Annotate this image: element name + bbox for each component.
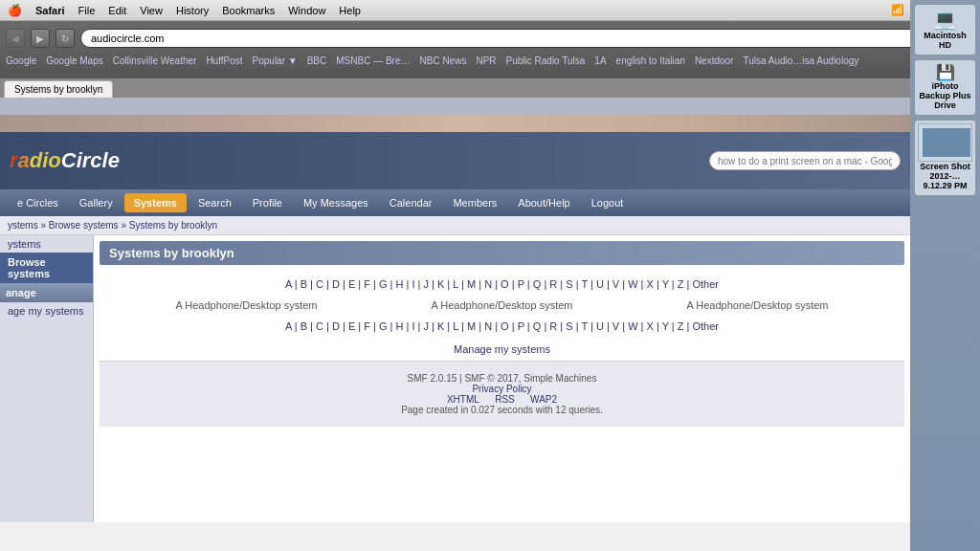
breadcrumb-systems[interactable]: ystems	[8, 220, 38, 231]
history-menu[interactable]: History	[176, 5, 209, 16]
footer-rss-link[interactable]: RSS	[495, 394, 515, 405]
sidebar-item-browse[interactable]: Browse systems	[0, 253, 93, 283]
nav-systems[interactable]: Systems	[124, 193, 187, 212]
alpha-e-top[interactable]: E	[348, 278, 355, 290]
alpha-v-bot[interactable]: V	[612, 320, 619, 332]
forward-button[interactable]: ▶	[31, 29, 50, 48]
sidebar-item-my-systems[interactable]: age my systems	[0, 302, 93, 320]
alpha-l-bot[interactable]: L	[453, 320, 458, 332]
system-item-2[interactable]: A Headphone/Desktop system	[432, 299, 573, 311]
alpha-h-bot[interactable]: H	[396, 320, 404, 332]
nav-circles[interactable]: e Circles	[8, 193, 68, 212]
alpha-f-bot[interactable]: F	[364, 320, 370, 332]
alpha-x-bot[interactable]: X	[647, 320, 654, 332]
nav-profile[interactable]: Profile	[243, 193, 292, 212]
alpha-b-bot[interactable]: B	[301, 320, 307, 332]
apple-menu[interactable]: 🍎	[8, 4, 22, 17]
bookmark-msnbc[interactable]: MSNBC — Bre…	[336, 55, 410, 66]
alpha-d-bot[interactable]: D	[332, 320, 340, 332]
alpha-h-top[interactable]: H	[396, 278, 404, 290]
alpha-i-top[interactable]: I	[412, 278, 414, 290]
bookmark-1a[interactable]: 1A	[594, 55, 606, 66]
alpha-i-bot[interactable]: I	[412, 320, 414, 332]
safari-menu[interactable]: Safari	[35, 5, 65, 16]
bookmark-bbc[interactable]: BBC	[307, 55, 327, 66]
footer-privacy-link[interactable]: Privacy Policy	[472, 384, 531, 394]
system-item-1[interactable]: A Headphone/Desktop system	[176, 299, 318, 311]
footer-xhtml-link[interactable]: XHTML	[447, 394, 479, 405]
alpha-t-bot[interactable]: T	[581, 320, 588, 332]
site-search-input[interactable]	[709, 151, 901, 170]
alpha-w-bot[interactable]: W	[628, 320, 637, 332]
alpha-k-bot[interactable]: K	[437, 320, 444, 332]
alpha-j-bot[interactable]: J	[423, 320, 429, 332]
alpha-g-bot[interactable]: G	[379, 320, 388, 332]
alpha-c-top[interactable]: C	[316, 278, 323, 290]
alpha-u-top[interactable]: U	[596, 278, 604, 290]
system-item-3[interactable]: A Headphone/Desktop system	[687, 299, 829, 311]
alpha-b-top[interactable]: B	[301, 278, 307, 290]
alpha-o-bot[interactable]: O	[501, 320, 509, 332]
alpha-x-top[interactable]: X	[647, 278, 654, 290]
help-menu[interactable]: Help	[339, 5, 361, 16]
bookmark-huffpost[interactable]: HuffPost	[206, 55, 242, 66]
alpha-t-top[interactable]: T	[581, 278, 588, 290]
window-menu[interactable]: Window	[288, 5, 325, 16]
nav-logout[interactable]: Logout	[582, 193, 634, 212]
bookmark-translate[interactable]: english to Italian	[616, 55, 685, 66]
view-menu[interactable]: View	[140, 5, 163, 16]
bookmark-radio[interactable]: Public Radio Tulsa	[506, 55, 586, 66]
sidebar-manage-header[interactable]: anage	[0, 283, 93, 302]
bookmark-maps[interactable]: Google Maps	[46, 55, 102, 66]
alpha-y-bot[interactable]: Y	[662, 320, 669, 332]
alpha-l-top[interactable]: L	[453, 278, 458, 290]
footer-wap2-link[interactable]: WAP2	[530, 394, 557, 405]
nav-members[interactable]: Members	[443, 193, 506, 212]
alpha-k-top[interactable]: K	[437, 278, 444, 290]
alpha-q-top[interactable]: Q	[533, 278, 542, 290]
bookmark-google[interactable]: Google	[6, 55, 36, 66]
manage-systems-link[interactable]: Manage my systems	[454, 343, 550, 355]
alpha-v-top[interactable]: V	[612, 278, 619, 290]
alpha-e-bot[interactable]: E	[348, 320, 355, 332]
sidebar-item-systems[interactable]: ystems	[0, 235, 93, 253]
alpha-other-top[interactable]: Other	[693, 278, 720, 290]
alpha-a-bot[interactable]: A	[285, 320, 292, 332]
nav-calendar[interactable]: Calendar	[380, 193, 442, 212]
alpha-j-top[interactable]: J	[423, 278, 429, 290]
breadcrumb-browse[interactable]: Browse systems	[49, 220, 119, 231]
alpha-c-bot[interactable]: C	[316, 320, 323, 332]
bookmark-nextdoor[interactable]: Nextdoor	[695, 55, 734, 66]
alpha-s-bot[interactable]: S	[566, 320, 572, 332]
alpha-s-top[interactable]: S	[566, 278, 572, 290]
edit-menu[interactable]: Edit	[108, 5, 126, 16]
bookmark-npr[interactable]: NPR	[476, 55, 496, 66]
nav-gallery[interactable]: Gallery	[70, 193, 122, 212]
alpha-m-top[interactable]: M	[467, 278, 476, 290]
alpha-a-top[interactable]: A	[285, 278, 292, 290]
alpha-w-top[interactable]: W	[628, 278, 637, 290]
nav-search[interactable]: Search	[189, 193, 241, 212]
active-tab[interactable]: Systems by brooklyn	[4, 80, 113, 98]
bookmark-audiology[interactable]: Tulsa Audio…isa Audiology	[743, 55, 858, 66]
bookmark-nbc[interactable]: NBC News	[420, 55, 467, 66]
bookmark-weather[interactable]: Collinsville Weather	[113, 55, 197, 66]
bookmark-popular[interactable]: Popular ▼	[253, 55, 298, 66]
alpha-p-top[interactable]: P	[518, 278, 524, 290]
alpha-o-top[interactable]: O	[501, 278, 509, 290]
refresh-button[interactable]: ↻	[56, 29, 75, 48]
alpha-y-top[interactable]: Y	[662, 278, 669, 290]
address-bar[interactable]: audiocircle.com	[80, 29, 949, 48]
alpha-n-bot[interactable]: N	[484, 320, 492, 332]
alpha-m-bot[interactable]: M	[467, 320, 476, 332]
alpha-u-bot[interactable]: U	[596, 320, 604, 332]
alpha-z-top[interactable]: Z	[678, 278, 684, 290]
alpha-n-top[interactable]: N	[484, 278, 492, 290]
alpha-other-bot[interactable]: Other	[693, 320, 720, 332]
alpha-z-bot[interactable]: Z	[678, 320, 684, 332]
nav-abouthelp[interactable]: About/Help	[508, 193, 579, 212]
alpha-r-top[interactable]: R	[549, 278, 557, 290]
alpha-f-top[interactable]: F	[364, 278, 370, 290]
alpha-p-bot[interactable]: P	[518, 320, 524, 332]
alpha-g-top[interactable]: G	[379, 278, 388, 290]
